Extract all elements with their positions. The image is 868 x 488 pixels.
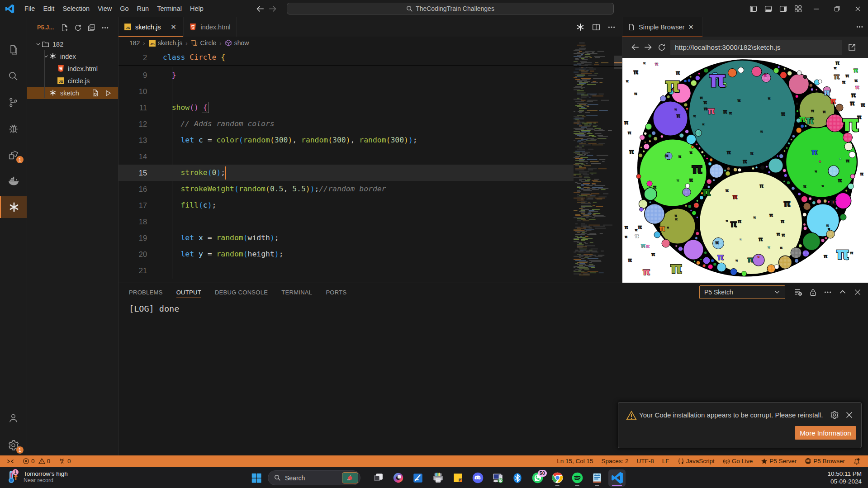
split-editor-icon[interactable] (592, 23, 600, 31)
more-actions-icon[interactable] (101, 24, 109, 32)
taskbar-search[interactable]: Search (268, 470, 360, 485)
tree-item-sketch[interactable]: sketch (27, 87, 118, 99)
forward-arrow-icon[interactable] (269, 5, 277, 13)
panel-tab-terminal[interactable]: TERMINAL (281, 283, 312, 301)
copilot[interactable] (389, 469, 407, 487)
status-p5-server[interactable]: P5 Server (759, 455, 799, 467)
browser-reload-icon[interactable] (655, 43, 669, 52)
back-arrow-icon[interactable] (256, 5, 264, 13)
editor-scrollbar[interactable] (614, 37, 622, 283)
notification-close-icon[interactable] (845, 411, 854, 419)
taskbar-clock[interactable]: 10:50:11 PM 05-09-2024 (827, 470, 862, 485)
activity-extensions[interactable]: 1 (0, 144, 27, 166)
activity-source-control[interactable] (0, 91, 27, 113)
remote-indicator[interactable] (5, 455, 16, 467)
tree-item-index[interactable]: index (27, 50, 118, 62)
status-cursor-position[interactable]: Ln 15, Col 15 (555, 455, 595, 467)
maximize-panel-icon[interactable] (839, 288, 847, 296)
activity-p5-projects[interactable] (0, 196, 27, 218)
weather-widget[interactable]: 1 Tomorrow's high Near record (6, 469, 68, 484)
more-information-button[interactable]: More Information (795, 426, 856, 440)
p5-sketch-canvas[interactable]: ππππππππππππππππππππππππππππππππππππππππ… (622, 58, 868, 283)
browser-back-icon[interactable] (628, 43, 641, 52)
menu-run[interactable]: Run (133, 3, 153, 14)
close-tab-icon[interactable]: ✕ (169, 23, 178, 32)
output-channel-select[interactable]: P5 Sketch (699, 285, 785, 299)
menu-go[interactable]: Go (116, 3, 133, 14)
tab-simple-browser[interactable]: Simple Browser ✕ (622, 17, 703, 37)
p5-run-sketch-icon[interactable] (576, 23, 585, 32)
editor-more-actions-icon[interactable] (607, 23, 616, 31)
sticky-notes[interactable] (449, 469, 466, 487)
tab-sketch-js[interactable]: JSsketch.js✕ (119, 17, 184, 37)
problems-indicator[interactable]: 0 0 (20, 455, 52, 467)
start-button[interactable] (248, 469, 265, 487)
spotify[interactable] (569, 469, 586, 487)
breadcrumb-182[interactable]: 182 (129, 39, 140, 47)
browser-more-actions-icon[interactable] (856, 17, 863, 37)
remote-desktop[interactable] (489, 469, 506, 487)
menu-view[interactable]: View (94, 3, 116, 14)
code-editor[interactable]: 2class Circle { 9 }1011 show() {12 // Ad… (119, 49, 622, 283)
status-p5-browser[interactable]: P5 Browser (802, 455, 847, 467)
vscode[interactable] (608, 469, 626, 487)
printer[interactable] (429, 469, 446, 487)
collapse-all-icon[interactable] (88, 24, 95, 32)
menu-terminal[interactable]: Terminal (153, 3, 186, 14)
discord[interactable] (469, 469, 486, 487)
notepad[interactable] (588, 469, 606, 487)
activity-settings[interactable]: 1 (0, 434, 27, 456)
refresh-icon[interactable] (74, 24, 82, 32)
menu-file[interactable]: File (20, 3, 39, 14)
status-notifications[interactable] (851, 455, 863, 467)
breadcrumb-Circle[interactable]: Circle (191, 39, 217, 47)
snipping-tool[interactable] (409, 469, 427, 487)
customize-layout-icon[interactable] (791, 0, 806, 17)
restore-icon[interactable] (826, 0, 847, 17)
browser-url-input[interactable]: http://localhost:3000/182\sketch.js (670, 40, 842, 55)
tree-item-circle-js[interactable]: JScircle.js (27, 75, 118, 87)
file-code-icon[interactable] (91, 89, 99, 97)
minimap[interactable] (574, 41, 614, 278)
chrome[interactable] (549, 469, 566, 487)
browser-forward-icon[interactable] (641, 43, 655, 52)
tree-item-182[interactable]: 182 (27, 38, 118, 50)
panel-tab-output[interactable]: OUTPUT (176, 283, 201, 301)
status-language[interactable]: JavaScript (675, 455, 717, 467)
activity-accounts[interactable] (0, 407, 27, 429)
menu-help[interactable]: Help (186, 3, 208, 14)
whatsapp[interactable]: 50 (529, 469, 546, 487)
tab-index-html[interactable]: index.html (184, 17, 236, 37)
command-center-search[interactable]: TheCodingTrain Challenges (287, 3, 614, 14)
tree-item-index-html[interactable]: index.html (27, 62, 118, 75)
status-encoding[interactable]: UTF-8 (635, 455, 656, 467)
notification-settings-icon[interactable] (830, 411, 839, 419)
status-indentation[interactable]: Spaces: 2 (599, 455, 631, 467)
clear-output-icon[interactable] (794, 288, 802, 296)
close-panel-icon[interactable] (854, 288, 862, 296)
play-icon[interactable] (104, 90, 112, 97)
activity-search[interactable] (0, 65, 27, 87)
toggle-secondary-sidebar-icon[interactable] (776, 0, 791, 17)
toggle-panel-icon[interactable] (761, 0, 776, 17)
bluetooth[interactable] (509, 469, 526, 487)
close-window-icon[interactable] (847, 0, 868, 17)
new-file-icon[interactable] (61, 24, 68, 32)
panel-tab-debug-console[interactable]: DEBUG CONSOLE (215, 283, 268, 301)
menu-edit[interactable]: Edit (39, 3, 58, 14)
menu-selection[interactable]: Selection (58, 3, 94, 14)
task-view[interactable] (370, 469, 387, 487)
panel-more-actions-icon[interactable] (824, 288, 832, 296)
ports-indicator[interactable]: 0 (57, 455, 73, 467)
minimize-icon[interactable] (806, 0, 826, 17)
status-go-live[interactable]: Go Live (721, 455, 755, 467)
panel-tab-ports[interactable]: PORTS (326, 283, 346, 301)
activity-run-debug[interactable] (0, 118, 27, 139)
breadcrumb-show[interactable]: show (225, 39, 249, 47)
activity-docker[interactable] (0, 170, 27, 192)
activity-explorer[interactable] (0, 39, 27, 61)
close-tab-icon[interactable]: ✕ (688, 24, 694, 31)
lock-icon[interactable] (809, 289, 817, 296)
breadcrumbs[interactable]: 182›JSsketch.js›Circle›show (119, 37, 622, 49)
open-external-icon[interactable] (848, 43, 856, 52)
